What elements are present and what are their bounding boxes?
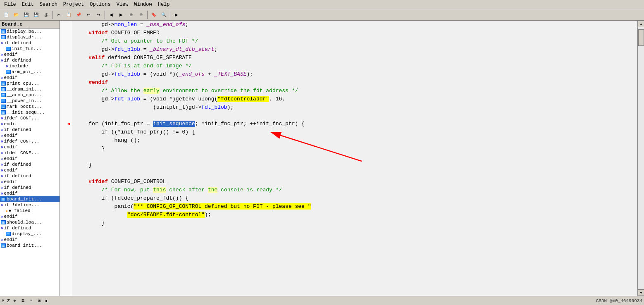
bottom-btn3[interactable]: ≡ [28, 298, 35, 304]
line-number-9 [60, 95, 72, 103]
sidebar-item-32[interactable]: ⊕endif [0, 214, 60, 219]
bottom-btn2[interactable]: ☰ [20, 298, 26, 304]
cut-button[interactable]: ✂ [54, 10, 63, 19]
sidebar-item-11[interactable]: ☰__arch_cpu... [0, 92, 60, 98]
code-line-0: gd->mon_len = _bss_end_ofs; [76, 21, 637, 29]
menu-search[interactable]: Search [37, 1, 60, 8]
sidebar-item-20[interactable]: ⊕endif [0, 144, 60, 150]
run-button[interactable]: ▶ [172, 10, 181, 19]
sidebar-item-1[interactable]: ☰display_dr... [0, 34, 60, 40]
code-line-11 [76, 112, 637, 120]
menu-view[interactable]: View [114, 1, 131, 8]
sidebar-item-7[interactable]: ☰arm_pci_... [0, 69, 60, 75]
sidebar-item-25[interactable]: ⊕if defined [0, 173, 60, 179]
sidebar-item-label-20: endif [4, 145, 17, 150]
sidebar-item-14[interactable]: ☰__init_sequ... [0, 110, 60, 115]
main-layout: Board.c ☰display_ba...☰display_dr...⊕if … [0, 21, 644, 296]
sidebar-item-26[interactable]: ⊕endif [0, 179, 60, 185]
menu-help[interactable]: Help [155, 1, 172, 8]
sidebar-item-0[interactable]: ☰display_ba... [0, 29, 60, 34]
sidebar-item-33[interactable]: ☰should_loa... [0, 219, 60, 225]
menu-window[interactable]: Window [132, 1, 155, 8]
sidebar-item-icon-14: ☰ [1, 110, 6, 115]
sidebar-item-35[interactable]: ☰display_... [0, 231, 60, 237]
sidebar-item-34[interactable]: ⊕if defined [0, 225, 60, 231]
sidebar-item-22[interactable]: ⊕endif [0, 156, 60, 162]
save-button[interactable]: 💾 [21, 10, 31, 19]
sidebar-item-9[interactable]: ☰print_cpu... [0, 81, 60, 86]
scroll-up-button[interactable]: ▲ [638, 21, 644, 27]
open-button[interactable]: 📂 [12, 10, 21, 19]
code-content[interactable]: gd->mon_len = _bss_end_ofs; #ifdef CONFI… [72, 21, 637, 296]
sidebar-item-4[interactable]: ⊕endif [0, 52, 60, 57]
sidebar-item-icon-5: ⊕ [1, 58, 3, 63]
sidebar-item-icon-32: ⊕ [1, 214, 3, 219]
sidebar-item-8[interactable]: ⊕endif [0, 75, 60, 81]
sidebar-item-29[interactable]: ☰board_init... [0, 196, 60, 202]
scroll-track[interactable] [638, 27, 644, 289]
sidebar-item-37[interactable]: ☰board_init... [0, 243, 60, 248]
menubar: File Edit Search Project Options View Wi… [0, 0, 644, 9]
bottom-btn4[interactable]: ⊞ [36, 298, 43, 304]
code-line-17: } [76, 161, 637, 169]
bottom-bar: A-Z ⊕ ☰ ≡ ⊞ ◀ CSDN @m0_46496934 [0, 296, 644, 305]
sidebar-item-label-16: endif [4, 122, 17, 126]
sidebar-item-16[interactable]: ⊕endif [0, 121, 60, 127]
copy-button[interactable]: 📋 [64, 10, 73, 19]
bottom-arrow: ◀ [45, 298, 47, 303]
sidebar-item-15[interactable]: ⊕ifdef CONF... [0, 115, 60, 121]
sidebar-item-18[interactable]: ⊕endif [0, 133, 60, 138]
sidebar-item-28[interactable]: ⊕endif [0, 191, 60, 196]
bookmark-button[interactable]: 🔖 [149, 10, 158, 19]
sidebar-item-2[interactable]: ⊕if defined [0, 40, 60, 46]
scroll-down-button[interactable]: ▼ [638, 289, 644, 296]
menu-project[interactable]: Project [61, 1, 86, 8]
menu-file[interactable]: File [2, 1, 19, 8]
sidebar-item-19[interactable]: ⊕ifdef CONF... [0, 138, 60, 144]
sidebar-item-21[interactable]: ⊕ifdef CONF... [0, 150, 60, 156]
line-number-16 [60, 153, 72, 161]
next-button[interactable]: ▶ [117, 10, 126, 19]
sidebar-item-17[interactable]: ⊕if defined [0, 127, 60, 133]
sidebar-item-icon-31: ● [6, 209, 8, 213]
line-marker-12[interactable]: ◀ [67, 121, 70, 127]
line-number-12: ◀ [60, 120, 72, 128]
line-number-17 [60, 161, 72, 169]
sidebar-title: Board.c [0, 21, 60, 29]
line-number-7 [60, 79, 72, 87]
sidebar-item-6[interactable]: ⊕include [0, 63, 60, 69]
bottom-btn1[interactable]: ⊕ [12, 298, 18, 304]
sidebar-item-label-15: ifdef CONF... [4, 116, 39, 121]
sidebar-item-5[interactable]: ⊕if defined [0, 57, 60, 63]
sidebar-item-10[interactable]: ☰__dram_ini... [0, 86, 60, 92]
sidebar-content[interactable]: ☰display_ba...☰display_dr...⊕if defined☰… [0, 29, 60, 296]
sidebar-item-30[interactable]: ⊕if !define... [0, 202, 60, 208]
find-button[interactable]: 🔍 [159, 10, 168, 19]
sidebar-item-36[interactable]: ⊕endif [0, 237, 60, 243]
redo-button[interactable]: ↪ [94, 10, 103, 19]
sidebar-item-label-4: endif [4, 52, 17, 57]
sidebar-item-label-21: ifdef CONF... [4, 150, 39, 155]
menu-edit[interactable]: Edit [19, 1, 36, 8]
sidebar-item-24[interactable]: ⊕endif [0, 167, 60, 173]
print-button[interactable]: 🖨 [41, 10, 50, 19]
sidebar-item-13[interactable]: ☰mark_boots... [0, 104, 60, 110]
sidebar-item-27[interactable]: ⊕if defined [0, 185, 60, 191]
nav4-button[interactable]: ⊖ [136, 10, 145, 19]
paste-button[interactable]: 📌 [74, 10, 83, 19]
save-all-button[interactable]: 💾 [31, 10, 41, 19]
nav3-button[interactable]: ⊕ [126, 10, 136, 19]
sidebar-item-label-22: endif [4, 156, 17, 161]
right-scrollbar[interactable]: ▲ ▼ [637, 21, 644, 296]
sidebar-item-12[interactable]: ☰__power_in... [0, 98, 60, 104]
scroll-thumb[interactable] [638, 29, 644, 46]
sidebar-item-3[interactable]: ☰init_fun... [0, 46, 60, 52]
sidebar-item-label-31: ● failed [9, 208, 31, 213]
sidebar-item-31[interactable]: ●● failed [0, 208, 60, 214]
menu-options[interactable]: Options [87, 1, 113, 8]
undo-button[interactable]: ↩ [84, 10, 93, 19]
prev-button[interactable]: ◀ [107, 10, 116, 19]
sidebar-item-icon-2: ⊕ [1, 41, 3, 45]
sidebar-item-23[interactable]: ⊕if defined [0, 162, 60, 167]
new-button[interactable]: 📄 [2, 10, 11, 19]
